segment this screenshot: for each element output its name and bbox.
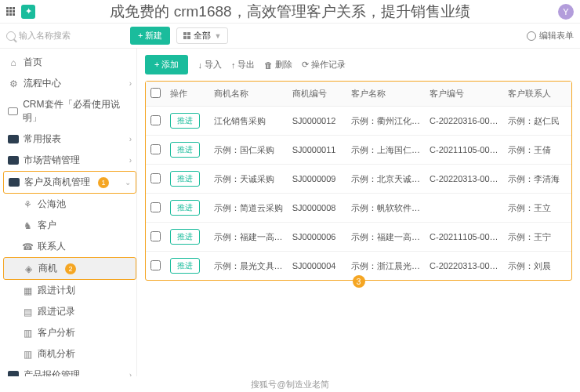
- chevron-right-icon: ›: [129, 79, 132, 88]
- card-icon: [8, 106, 18, 117]
- opportunity-table: 操作 商机名称 商机编号 客户名称 客户编号 客户联系人 推进 江化销售采购 S…: [146, 82, 571, 280]
- push-button[interactable]: 推进: [170, 142, 200, 158]
- nav-product-quote[interactable]: 产品报价管理›: [3, 365, 136, 376]
- cell-opp-name: 示例：晨光文具设备…: [209, 252, 288, 281]
- col-opp-code: 商机编号: [288, 82, 346, 107]
- nav-opportunity[interactable]: ◈商机2: [3, 257, 136, 280]
- avatar[interactable]: Y: [558, 4, 574, 20]
- push-button[interactable]: 推进: [170, 113, 200, 129]
- nav-customer-analysis[interactable]: ▥客户分析: [3, 322, 136, 343]
- row-checkbox[interactable]: [150, 231, 161, 241]
- row-checkbox[interactable]: [150, 144, 161, 154]
- nav-label: 首页: [24, 56, 42, 69]
- nav-pool[interactable]: ⚘公海池: [3, 194, 136, 215]
- topbar: ✦ Y: [0, 0, 580, 24]
- nav-label: 公海池: [38, 198, 66, 211]
- cell-cust-name: 示例：帆软软件有限公司: [346, 194, 425, 223]
- user-icon: ♞: [22, 220, 33, 231]
- table-row[interactable]: 推进 示例：福建一高3月订单 SJ0000006 示例：福建一高集团 C-202…: [146, 223, 571, 252]
- push-button[interactable]: 推进: [170, 229, 200, 245]
- cell-opp-code: SJ0000011: [288, 136, 346, 165]
- delete-button[interactable]: 🗑 删除: [264, 59, 292, 71]
- cell-opp-code: SJ0000008: [288, 194, 346, 223]
- cell-opp-name: 示例：天诚采购: [209, 165, 288, 194]
- cell-cust-code: [425, 194, 503, 223]
- col-contact: 客户联系人: [503, 82, 571, 107]
- new-button[interactable]: + 新建: [130, 27, 170, 45]
- chevron-right-icon: ›: [129, 371, 132, 376]
- folder-icon: [8, 156, 19, 165]
- cell-cust-name: 示例：上海国仁有限…: [346, 136, 425, 165]
- nav-contact[interactable]: ☎联系人: [3, 236, 136, 257]
- chart-icon: ▥: [22, 349, 33, 360]
- nav-label: 产品报价管理: [24, 368, 80, 376]
- nav-marketing[interactable]: 市场营销管理›: [3, 150, 136, 171]
- cell-contact: 示例：王宁: [503, 223, 571, 252]
- folder-icon: [9, 178, 20, 187]
- cell-cust-name: 示例：衢州江化集团: [346, 107, 425, 136]
- nav-label: 流程中心: [24, 77, 61, 90]
- cell-opp-code: SJ0000009: [288, 165, 346, 194]
- select-all-checkbox[interactable]: [150, 88, 161, 98]
- nav-follow-plan[interactable]: ▦跟进计划: [3, 280, 136, 301]
- push-button[interactable]: 推进: [170, 258, 200, 274]
- row-checkbox[interactable]: [150, 260, 161, 270]
- col-cust-name: 客户名称: [346, 82, 425, 107]
- filter-all[interactable]: 全部 ▼: [176, 27, 228, 44]
- nav-label: 市场营销管理: [24, 154, 80, 167]
- op-log-button[interactable]: ⟳ 操作记录: [302, 59, 346, 71]
- chevron-down-icon: ⌄: [125, 178, 131, 187]
- row-checkbox[interactable]: [150, 173, 161, 183]
- user-icon: ⚘: [22, 199, 33, 210]
- nav-label: 商机: [38, 262, 57, 275]
- export-button[interactable]: ↑ 导出: [231, 59, 256, 71]
- cell-contact: 示例：李清海: [503, 165, 571, 194]
- nav-common-report[interactable]: 常用报表›: [3, 129, 136, 150]
- search-icon: [6, 31, 16, 41]
- nav-opp-analysis[interactable]: ▥商机分析: [3, 343, 136, 365]
- row-checkbox[interactable]: [150, 202, 161, 212]
- opportunity-icon: ◈: [23, 263, 34, 274]
- content: + 添加 ↓ 导入 ↑ 导出 🗑 删除 ⟳ 操作记录 操作 商机名称 商机编号 …: [137, 49, 580, 376]
- nav-process[interactable]: ⚙流程中心›: [3, 73, 136, 94]
- row-checkbox[interactable]: [150, 115, 161, 125]
- sidebar: ⌂首页 ⚙流程中心› CRM套件「必看使用说明」 常用报表› 市场营销管理› 客…: [0, 49, 137, 376]
- cell-contact: 示例：王立: [503, 194, 571, 223]
- table-container: 操作 商机名称 商机编号 客户名称 客户编号 客户联系人 推进 江化销售采购 S…: [145, 81, 572, 281]
- nav-label: 客户: [38, 219, 56, 232]
- nav-label: 客户及商机管理: [24, 176, 90, 189]
- cell-opp-name: 示例：福建一高3月订单: [209, 223, 288, 252]
- edit-table-button[interactable]: 编辑表单: [527, 30, 574, 42]
- table-row[interactable]: 推进 示例：简道云采购 SJ0000008 示例：帆软软件有限公司 示例：王立: [146, 194, 571, 223]
- nav-crm-suite[interactable]: CRM套件「必看使用说明」: [3, 94, 136, 129]
- logo-icon[interactable]: ✦: [21, 5, 35, 19]
- import-button[interactable]: ↓ 导入: [198, 59, 222, 71]
- process-icon: ⚙: [8, 78, 19, 89]
- record-icon: ▤: [22, 307, 33, 318]
- nav-label: 跟进记录: [38, 305, 75, 318]
- cell-cust-code: C-20220313-0000002: [425, 165, 503, 194]
- chevron-right-icon: ›: [129, 135, 132, 143]
- cell-opp-code: SJ0000012: [288, 107, 346, 136]
- badge-1: 1: [98, 177, 109, 188]
- nav-follow-record[interactable]: ▤跟进记录: [3, 301, 136, 322]
- cell-opp-name: 示例：简道云采购: [209, 194, 288, 223]
- nav-customer[interactable]: ♞客户: [3, 215, 136, 236]
- table-row[interactable]: 推进 江化销售采购 SJ0000012 示例：衢州江化集团 C-20220316…: [146, 107, 571, 136]
- add-button[interactable]: + 添加: [145, 55, 188, 74]
- push-button[interactable]: 推进: [170, 200, 200, 216]
- nav-home[interactable]: ⌂首页: [3, 52, 136, 73]
- cell-contact: 示例：刘晨: [503, 252, 571, 281]
- home-icon: ⌂: [8, 57, 19, 68]
- apps-grid-icon[interactable]: [6, 7, 15, 16]
- table-row[interactable]: 推进 示例：国仁采购 SJ0000011 示例：上海国仁有限… C-202111…: [146, 136, 571, 165]
- nav-customer-opp[interactable]: 客户及商机管理1⌄: [3, 171, 136, 194]
- badge-2: 2: [65, 263, 76, 274]
- cell-contact: 示例：王倩: [503, 136, 571, 165]
- table-row[interactable]: 推进 示例：天诚采购 SJ0000009 示例：北京天诚软件… C-202203…: [146, 165, 571, 194]
- cell-opp-name: 江化销售采购: [209, 107, 288, 136]
- search-input[interactable]: 输入名称搜索: [6, 30, 124, 42]
- push-button[interactable]: 推进: [170, 171, 200, 187]
- search-placeholder: 输入名称搜索: [19, 30, 71, 42]
- cell-opp-name: 示例：国仁采购: [209, 136, 288, 165]
